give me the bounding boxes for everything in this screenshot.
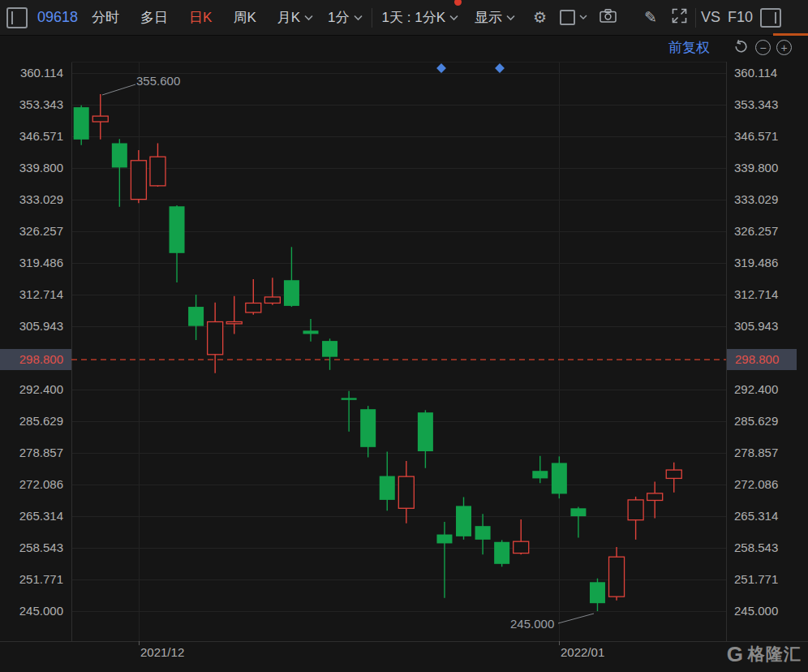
- candle: [628, 497, 643, 540]
- price-label: 339.800: [734, 161, 806, 175]
- price-label: 272.086: [0, 477, 63, 492]
- price-label: 333.029: [734, 192, 806, 207]
- price-label: 258.543: [0, 541, 63, 555]
- candle: [609, 547, 625, 601]
- prev-close-label-right: 298.800: [727, 349, 797, 370]
- price-label: 353.343: [0, 97, 63, 112]
- square-icon: [560, 10, 575, 25]
- price-label: 312.714: [734, 287, 806, 302]
- notification-dot: [454, 0, 462, 6]
- candle: [436, 522, 452, 598]
- chevron-down-icon: [354, 15, 363, 21]
- price-label: 278.857: [0, 446, 63, 460]
- annotation-low: 245.000: [510, 617, 554, 631]
- candle: [380, 452, 395, 511]
- price-label: 292.400: [0, 382, 63, 397]
- camera-icon[interactable]: [600, 9, 617, 26]
- candle: [150, 143, 165, 187]
- date-label: 2022/01: [561, 645, 604, 660]
- vs-compare-button[interactable]: VS: [701, 9, 720, 26]
- price-label: 333.029: [0, 192, 63, 207]
- watermark-text: 格隆汇: [748, 643, 802, 666]
- event-diamond-icon[interactable]: [436, 63, 446, 73]
- candle: [170, 205, 185, 282]
- candle: [494, 540, 509, 566]
- price-label: 312.714: [0, 287, 63, 302]
- candle: [74, 106, 89, 145]
- price-label: 305.943: [734, 319, 806, 334]
- fullscreen-icon[interactable]: [671, 7, 688, 28]
- candle: [666, 463, 681, 493]
- price-label: 346.571: [734, 129, 806, 144]
- price-axis-left[interactable]: 360.114353.343346.571339.800333.029326.2…: [0, 0, 63, 641]
- candle: [188, 295, 204, 340]
- gear-icon[interactable]: ⚙: [533, 10, 547, 25]
- price-label: 265.314: [734, 509, 806, 523]
- candle: [590, 579, 605, 611]
- gelonghui-logo-icon: G: [727, 642, 743, 666]
- candle: [398, 461, 414, 523]
- price-label: 272.086: [734, 477, 806, 492]
- candle: [514, 519, 529, 554]
- candle: [284, 247, 299, 307]
- price-label: 326.257: [0, 224, 63, 239]
- watermark: G 格隆汇: [727, 642, 802, 666]
- candle: [552, 456, 567, 498]
- toolbar-separator: [372, 8, 372, 28]
- tab-monthly-k[interactable]: 月K: [277, 8, 313, 27]
- chevron-down-icon: [506, 15, 515, 21]
- price-axis-right[interactable]: 360.114353.343346.571339.800333.029326.2…: [734, 0, 806, 641]
- chevron-down-icon: [449, 15, 458, 21]
- price-label: 353.343: [734, 97, 806, 112]
- candle: [570, 507, 586, 538]
- annotation-high: 355.600: [136, 74, 180, 88]
- price-label: 251.771: [0, 572, 63, 587]
- candle: [342, 391, 357, 432]
- candle: [208, 303, 223, 373]
- candle: [647, 481, 663, 518]
- adjust-mode-selector[interactable]: 前复权: [668, 38, 710, 57]
- prev-close-label-left: 298.800: [0, 349, 71, 370]
- candle: [264, 278, 280, 304]
- price-label: 245.000: [734, 604, 806, 618]
- candle: [112, 139, 127, 207]
- price-label: 319.486: [0, 256, 63, 270]
- event-diamond-icon[interactable]: [495, 63, 505, 73]
- chevron-down-icon: [579, 15, 587, 20]
- chart-canvas[interactable]: [0, 0, 808, 672]
- price-label: 346.571: [0, 129, 63, 144]
- price-label: 319.486: [734, 256, 806, 270]
- candle: [131, 150, 146, 203]
- candle: [532, 456, 548, 483]
- toolbar: 09618 分时 多日 日K 周K 月K 1分 1天 : 1分K 显示 ⚙: [0, 0, 808, 36]
- price-label: 292.400: [734, 382, 806, 397]
- candle-style-selector[interactable]: [560, 10, 587, 25]
- tab-multiday[interactable]: 多日: [140, 8, 168, 27]
- price-label: 326.257: [734, 224, 806, 239]
- price-label: 339.800: [0, 161, 63, 175]
- price-label: 258.543: [734, 541, 806, 555]
- display-menu[interactable]: 显示: [475, 8, 515, 27]
- price-label: 360.114: [734, 66, 806, 80]
- candle: [92, 94, 108, 140]
- price-label: 285.629: [734, 414, 806, 429]
- pencil-icon[interactable]: ✎: [644, 10, 657, 25]
- price-label: 265.314: [0, 509, 63, 523]
- price-label: 305.943: [0, 319, 63, 334]
- price-label: 245.000: [0, 604, 63, 618]
- period-selector[interactable]: 1天 : 1分K: [382, 8, 458, 27]
- chart-window: 09618 分时 多日 日K 周K 月K 1分 1天 : 1分K 显示 ⚙: [0, 0, 808, 672]
- price-label: 251.771: [734, 572, 806, 587]
- tab-timeshare[interactable]: 分时: [92, 8, 119, 27]
- candle: [456, 497, 471, 539]
- tab-daily-k[interactable]: 日K: [189, 8, 212, 27]
- candle: [418, 410, 433, 467]
- tab-1min[interactable]: 1分: [328, 8, 362, 27]
- tab-weekly-k[interactable]: 周K: [233, 8, 256, 27]
- price-label: 278.857: [734, 446, 806, 460]
- date-label: 2021/12: [140, 645, 184, 660]
- candle: [246, 279, 261, 315]
- candle: [322, 338, 337, 370]
- price-label: 285.629: [0, 414, 63, 429]
- candle: [226, 296, 242, 334]
